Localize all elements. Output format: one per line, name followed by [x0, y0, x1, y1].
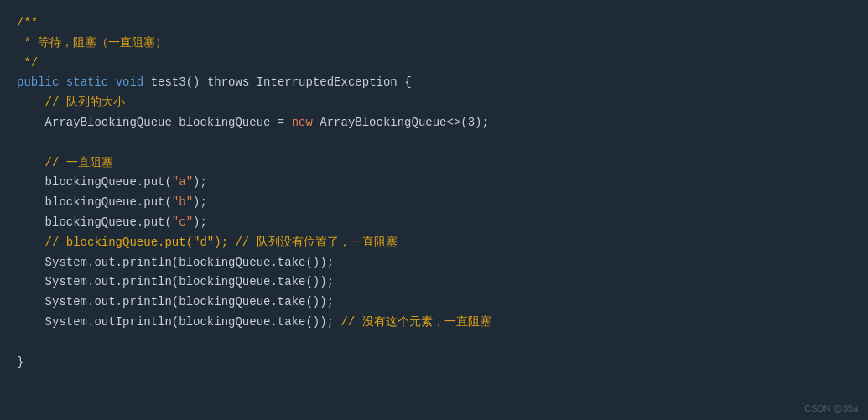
code-line-14: System.out.println(blockingQueue.take())…	[17, 272, 851, 293]
code-line-16: System.out​Iprintln(blockingQueue.take()…	[17, 313, 851, 333]
code-line-13: System.out.println(blockingQueue.take())…	[17, 253, 851, 273]
code-line-4: public static void test3() throws Interr…	[17, 73, 851, 93]
watermark: CSDN @35a	[804, 403, 858, 413]
code-line-18: }	[17, 353, 851, 373]
code-line-9: blockingQueue.put("a");	[17, 173, 851, 193]
code-block: /** * 等待，阻塞（一直阻塞） */ public static void …	[0, 0, 868, 420]
code-line-7	[17, 133, 851, 153]
code-line-8: // 一直阻塞	[17, 153, 851, 174]
code-line-10: blockingQueue.put("b");	[17, 193, 851, 213]
code-line-3: */	[17, 54, 851, 74]
code-line-15: System.out.println(blockingQueue.take())…	[17, 293, 851, 313]
code-line-11: blockingQueue.put("c");	[17, 213, 851, 233]
code-line-5: // 队列的大小	[17, 93, 851, 113]
code-line-6: ArrayBlockingQueue blockingQueue = new A…	[17, 113, 851, 133]
code-line-1: /**	[17, 13, 851, 34]
code-line-2: * 等待，阻塞（一直阻塞）	[17, 34, 851, 54]
code-line-12: // blockingQueue.put("d"); // 队列没有位置了，一直…	[17, 233, 851, 253]
code-line-17	[17, 333, 851, 353]
